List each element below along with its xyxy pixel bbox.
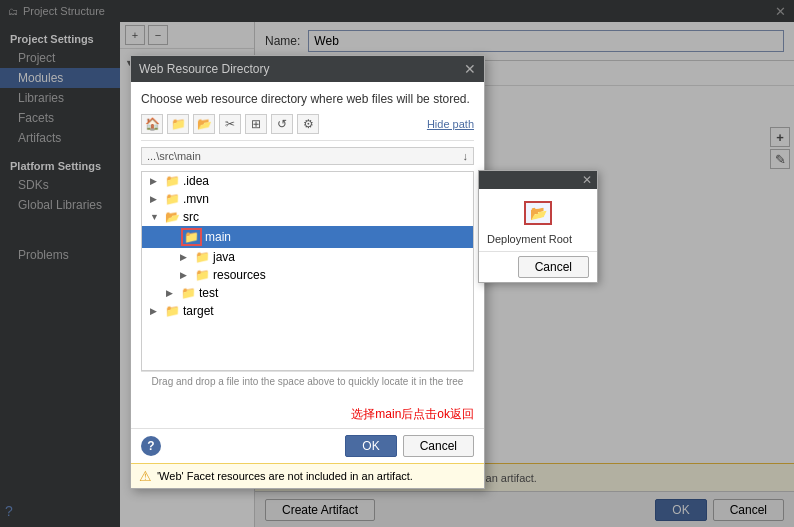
small-dialog-close[interactable]: ✕ bbox=[582, 173, 592, 187]
small-dialog-body: 📂 Deployment Root bbox=[479, 189, 597, 251]
toolbar-folder-btn[interactable]: 📁 bbox=[167, 114, 189, 134]
arrow-src: ▼ bbox=[150, 212, 162, 222]
small-dialog-footer: Cancel bbox=[479, 251, 597, 282]
small-dialog: ✕ 📂 Deployment Root Cancel bbox=[478, 170, 598, 283]
folder-icon-main: 📁 bbox=[181, 228, 202, 246]
folder-icon-resources: 📁 bbox=[195, 268, 210, 282]
folder-browse-icon: 📂 bbox=[530, 205, 547, 221]
folder-browse-btn[interactable]: 📂 bbox=[524, 201, 552, 225]
dialog-tree: ▶ 📁 .idea ▶ 📁 .mvn ▼ 📂 src 📁 main ▶ bbox=[141, 171, 474, 371]
arrow-resources: ▶ bbox=[180, 270, 192, 280]
dialog-footer: ? OK Cancel bbox=[131, 428, 484, 463]
dialog-cancel-btn[interactable]: Cancel bbox=[403, 435, 474, 457]
toolbar-settings-btn[interactable]: ⚙ bbox=[297, 114, 319, 134]
tree-main[interactable]: 📁 main bbox=[142, 226, 473, 248]
toolbar-folder2-btn[interactable]: 📂 bbox=[193, 114, 215, 134]
arrow-test: ▶ bbox=[166, 288, 178, 298]
path-text: ...\src\main bbox=[147, 150, 201, 162]
folder-icon-java: 📁 bbox=[195, 250, 210, 264]
small-dialog-cancel-btn[interactable]: Cancel bbox=[518, 256, 589, 278]
arrow-mvn: ▶ bbox=[150, 194, 162, 204]
tree-idea[interactable]: ▶ 📁 .idea bbox=[142, 172, 473, 190]
tree-src[interactable]: ▼ 📂 src bbox=[142, 208, 473, 226]
tree-target[interactable]: ▶ 📁 target bbox=[142, 302, 473, 320]
hint-text: 选择main后点击ok返回 bbox=[131, 401, 484, 428]
dialog-title: Web Resource Directory bbox=[139, 62, 270, 76]
dialog-body: Choose web resource directory where web … bbox=[131, 82, 484, 401]
path-suffix: ↓ bbox=[463, 150, 469, 162]
dialog-titlebar: Web Resource Directory ✕ bbox=[131, 56, 484, 82]
arrow-idea: ▶ bbox=[150, 176, 162, 186]
path-bar: ...\src\main ↓ bbox=[141, 147, 474, 165]
folder-icon-src: 📂 bbox=[165, 210, 180, 224]
tree-test[interactable]: ▶ 📁 test bbox=[142, 284, 473, 302]
dialog-close-icon[interactable]: ✕ bbox=[464, 61, 476, 77]
tree-java[interactable]: ▶ 📁 java bbox=[142, 248, 473, 266]
dialog-warning-icon: ⚠ bbox=[139, 468, 152, 484]
dialog-help-btn[interactable]: ? bbox=[141, 436, 161, 456]
folder-icon-test: 📁 bbox=[181, 286, 196, 300]
arrow-java: ▶ bbox=[180, 252, 192, 262]
toolbar-cut-btn[interactable]: ✂ bbox=[219, 114, 241, 134]
toolbar-copy-btn[interactable]: ⊞ bbox=[245, 114, 267, 134]
folder-icon-mvn: 📁 bbox=[165, 192, 180, 206]
dialog-warning-bar: ⚠ 'Web' Facet resources are not included… bbox=[131, 463, 484, 488]
folder-icon-idea: 📁 bbox=[165, 174, 180, 188]
folder-icon-target: 📁 bbox=[165, 304, 180, 318]
web-resource-dialog: Web Resource Directory ✕ Choose web reso… bbox=[130, 55, 485, 489]
drag-hint: Drag and drop a file into the space abov… bbox=[141, 371, 474, 391]
tree-mvn[interactable]: ▶ 📁 .mvn bbox=[142, 190, 473, 208]
dialog-ok-btn[interactable]: OK bbox=[345, 435, 396, 457]
dialog-description: Choose web resource directory where web … bbox=[141, 92, 474, 106]
deployment-root-label: Deployment Root bbox=[487, 233, 589, 245]
toolbar-refresh-btn[interactable]: ↺ bbox=[271, 114, 293, 134]
dialog-warning-text: 'Web' Facet resources are not included i… bbox=[157, 470, 413, 482]
hide-path-link[interactable]: Hide path bbox=[427, 118, 474, 130]
tree-resources[interactable]: ▶ 📁 resources bbox=[142, 266, 473, 284]
dialog-toolbar: 🏠 📁 📂 ✂ ⊞ ↺ ⚙ Hide path bbox=[141, 114, 474, 141]
arrow-target: ▶ bbox=[150, 306, 162, 316]
small-dialog-titlebar: ✕ bbox=[479, 171, 597, 189]
toolbar-home-btn[interactable]: 🏠 bbox=[141, 114, 163, 134]
